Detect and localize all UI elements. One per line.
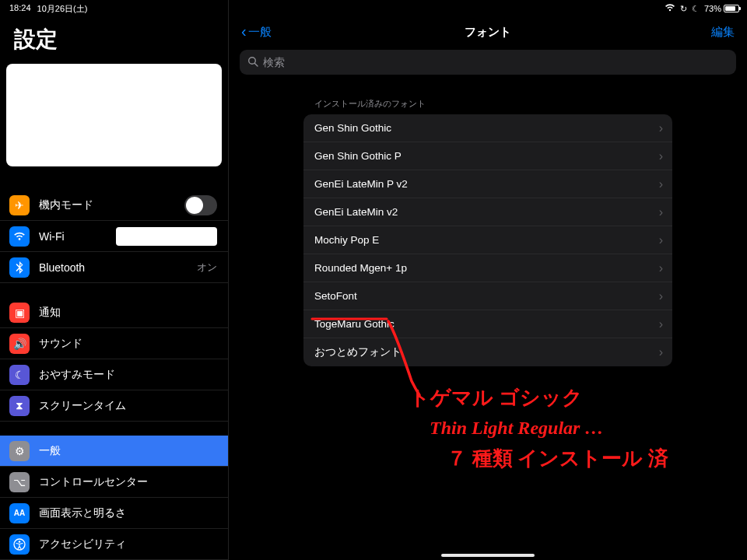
orientation-lock-icon: ↻ bbox=[680, 4, 687, 14]
moon-settings-icon: ☾ bbox=[9, 365, 30, 385]
font-list: Gen Shin Gothic› Gen Shin Gothic P› GenE… bbox=[303, 114, 672, 366]
svg-text:７ 種類  インストール 済: ７ 種類 インストール 済 bbox=[447, 447, 668, 470]
status-date: 10月26日(土) bbox=[37, 3, 88, 15]
page-title: フォント bbox=[229, 25, 747, 40]
sliders-icon: ⌥ bbox=[9, 472, 30, 492]
chevron-right-icon: › bbox=[659, 177, 663, 191]
chevron-right-icon: › bbox=[659, 149, 663, 163]
chevron-right-icon: › bbox=[659, 317, 663, 331]
chevron-right-icon: › bbox=[659, 261, 663, 275]
sidebar-item-bluetooth[interactable]: Bluetooth オン bbox=[0, 252, 228, 283]
status-time: 18:24 bbox=[9, 3, 31, 15]
sidebar-title: 設定 bbox=[0, 17, 228, 64]
nav-bar: ‹ 一般 フォント 編集 bbox=[229, 17, 747, 47]
bluetooth-value: オン bbox=[197, 261, 217, 275]
gear-icon: ⚙ bbox=[9, 441, 30, 461]
section-header: インストール済みのフォント bbox=[229, 75, 747, 114]
accessibility-icon bbox=[9, 534, 30, 555]
airplane-toggle[interactable] bbox=[184, 195, 217, 215]
chevron-left-icon: ‹ bbox=[241, 23, 247, 39]
chevron-right-icon: › bbox=[659, 345, 663, 359]
font-row[interactable]: Mochiy Pop E› bbox=[303, 226, 672, 254]
svg-text:Thin  Light  Regular …: Thin Light Regular … bbox=[430, 418, 603, 438]
detail-pane: ‹ 一般 フォント 編集 インストール済みのフォント Gen Shin Goth… bbox=[229, 0, 747, 560]
search-icon bbox=[247, 56, 258, 69]
sidebar-item-dnd[interactable]: ☾ おやすみモード bbox=[0, 359, 228, 390]
font-row[interactable]: Rounded Mgen+ 1p› bbox=[303, 254, 672, 282]
sidebar-item-general[interactable]: ⚙ 一般 bbox=[0, 436, 228, 467]
font-row[interactable]: SetoFont› bbox=[303, 282, 672, 310]
sidebar-item-sound[interactable]: 🔊 サウンド bbox=[0, 328, 228, 359]
notifications-icon: ▣ bbox=[9, 303, 30, 323]
sound-icon: 🔊 bbox=[9, 334, 30, 354]
search-field[interactable] bbox=[240, 50, 736, 75]
status-right: ↻ ☾ 73% bbox=[665, 4, 739, 14]
moon-icon: ☾ bbox=[692, 4, 700, 14]
chevron-right-icon: › bbox=[659, 205, 663, 219]
edit-button[interactable]: 編集 bbox=[711, 25, 735, 40]
font-row[interactable]: Gen Shin Gothic P› bbox=[303, 142, 672, 170]
font-row[interactable]: Gen Shin Gothic› bbox=[303, 114, 672, 142]
font-row[interactable]: GenEi LateMin P v2› bbox=[303, 170, 672, 198]
wifi-value bbox=[116, 227, 217, 246]
font-row[interactable]: GenEi LateMin v2› bbox=[303, 198, 672, 226]
sidebar-item-airplane[interactable]: ✈ 機内モード bbox=[0, 190, 228, 221]
status-bar: 18:24 10月26日(土) ↻ ☾ 73% bbox=[0, 0, 747, 16]
hourglass-icon: ⧗ bbox=[9, 396, 30, 416]
font-row[interactable]: おつとめフォント› bbox=[303, 338, 672, 366]
sidebar-item-display[interactable]: AA 画面表示と明るさ bbox=[0, 498, 228, 529]
back-button[interactable]: ‹ 一般 bbox=[241, 24, 272, 40]
home-indicator bbox=[441, 554, 535, 557]
svg-line-3 bbox=[254, 63, 258, 66]
sidebar-item-wifi[interactable]: Wi-Fi bbox=[0, 221, 228, 252]
svg-text:トゲマル ゴシック: トゲマル ゴシック bbox=[409, 387, 583, 409]
wifi-settings-icon bbox=[9, 226, 30, 247]
sidebar-preview bbox=[6, 64, 222, 166]
chevron-right-icon: › bbox=[659, 121, 663, 135]
display-icon: AA bbox=[9, 503, 30, 523]
font-row[interactable]: TogeMaru Gothic› bbox=[303, 310, 672, 338]
sidebar-item-control-center[interactable]: ⌥ コントロールセンター bbox=[0, 467, 228, 498]
sidebar-item-screentime[interactable]: ⧗ スクリーンタイム bbox=[0, 390, 228, 422]
battery-indicator: 73% bbox=[704, 4, 739, 13]
svg-point-1 bbox=[19, 541, 21, 543]
sidebar-item-notifications[interactable]: ▣ 通知 bbox=[0, 297, 228, 328]
sidebar: 設定 ✈ 機内モード Wi-Fi Bluetooth オン bbox=[0, 0, 229, 560]
chevron-right-icon: › bbox=[659, 233, 663, 247]
airplane-icon: ✈ bbox=[9, 195, 30, 215]
wifi-icon bbox=[665, 4, 675, 13]
search-input[interactable] bbox=[263, 56, 728, 68]
sidebar-item-accessibility[interactable]: アクセシビリティ bbox=[0, 529, 228, 560]
bluetooth-icon bbox=[9, 257, 30, 278]
chevron-right-icon: › bbox=[659, 289, 663, 303]
